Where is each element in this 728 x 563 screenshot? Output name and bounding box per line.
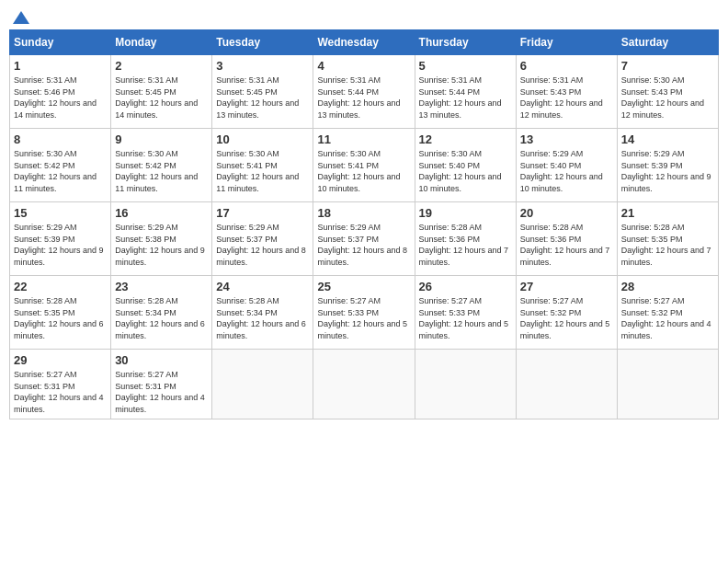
table-row <box>516 350 617 419</box>
day-info: Sunrise: 5:27 AMSunset: 5:33 PMDaylight:… <box>317 295 410 341</box>
day-number: 25 <box>317 280 410 293</box>
table-row: 13Sunrise: 5:29 AMSunset: 5:40 PMDayligh… <box>516 129 617 202</box>
day-number: 12 <box>419 132 512 146</box>
table-row: 21Sunrise: 5:28 AMSunset: 5:35 PMDayligh… <box>617 202 718 276</box>
day-info: Sunrise: 5:27 AMSunset: 5:33 PMDaylight:… <box>419 295 512 341</box>
table-row: 10Sunrise: 5:30 AMSunset: 5:41 PMDayligh… <box>212 129 313 202</box>
day-number: 22 <box>14 280 107 293</box>
table-row: 15Sunrise: 5:29 AMSunset: 5:39 PMDayligh… <box>10 202 111 276</box>
table-row: 28Sunrise: 5:27 AMSunset: 5:32 PMDayligh… <box>617 276 718 350</box>
day-number: 29 <box>14 353 107 367</box>
day-info: Sunrise: 5:28 AMSunset: 5:35 PMDaylight:… <box>14 295 107 341</box>
svg-marker-0 <box>13 11 29 24</box>
table-row: 22Sunrise: 5:28 AMSunset: 5:35 PMDayligh… <box>10 276 111 350</box>
day-info: Sunrise: 5:31 AMSunset: 5:44 PMDaylight:… <box>317 75 410 121</box>
day-number: 1 <box>14 59 107 73</box>
table-row: 27Sunrise: 5:27 AMSunset: 5:32 PMDayligh… <box>516 276 617 350</box>
day-info: Sunrise: 5:29 AMSunset: 5:37 PMDaylight:… <box>317 222 410 268</box>
table-row: 23Sunrise: 5:28 AMSunset: 5:34 PMDayligh… <box>111 276 212 350</box>
table-row: 26Sunrise: 5:27 AMSunset: 5:33 PMDayligh… <box>415 276 516 350</box>
page-header <box>9 9 719 22</box>
table-row <box>415 350 516 419</box>
table-row: 14Sunrise: 5:29 AMSunset: 5:39 PMDayligh… <box>617 129 718 202</box>
table-row: 30Sunrise: 5:27 AMSunset: 5:31 PMDayligh… <box>111 350 212 419</box>
day-info: Sunrise: 5:28 AMSunset: 5:34 PMDaylight:… <box>115 295 208 341</box>
day-info: Sunrise: 5:27 AMSunset: 5:31 PMDaylight:… <box>115 369 208 415</box>
day-info: Sunrise: 5:31 AMSunset: 5:43 PMDaylight:… <box>520 75 613 121</box>
day-info: Sunrise: 5:30 AMSunset: 5:42 PMDaylight:… <box>14 148 107 194</box>
col-wednesday: Wednesday <box>313 30 415 55</box>
calendar-week-row: 8Sunrise: 5:30 AMSunset: 5:42 PMDaylight… <box>10 129 719 202</box>
table-row: 17Sunrise: 5:29 AMSunset: 5:37 PMDayligh… <box>212 202 313 276</box>
table-row: 25Sunrise: 5:27 AMSunset: 5:33 PMDayligh… <box>313 276 415 350</box>
day-info: Sunrise: 5:30 AMSunset: 5:43 PMDaylight:… <box>621 75 714 121</box>
day-info: Sunrise: 5:30 AMSunset: 5:41 PMDaylight:… <box>216 148 309 194</box>
day-info: Sunrise: 5:27 AMSunset: 5:32 PMDaylight:… <box>520 295 613 341</box>
day-info: Sunrise: 5:31 AMSunset: 5:45 PMDaylight:… <box>115 75 208 121</box>
table-row <box>212 350 313 419</box>
day-info: Sunrise: 5:27 AMSunset: 5:31 PMDaylight:… <box>14 369 107 415</box>
day-number: 18 <box>317 206 410 220</box>
table-row: 29Sunrise: 5:27 AMSunset: 5:31 PMDayligh… <box>10 350 111 419</box>
table-row: 18Sunrise: 5:29 AMSunset: 5:37 PMDayligh… <box>313 202 415 276</box>
day-number: 11 <box>317 132 410 146</box>
calendar-week-row: 15Sunrise: 5:29 AMSunset: 5:39 PMDayligh… <box>10 202 719 276</box>
calendar-table: Sunday Monday Tuesday Wednesday Thursday… <box>9 29 719 419</box>
calendar-header-row: Sunday Monday Tuesday Wednesday Thursday… <box>10 30 719 55</box>
logo-icon <box>11 9 31 26</box>
col-saturday: Saturday <box>617 30 718 55</box>
day-number: 3 <box>216 59 309 73</box>
table-row: 8Sunrise: 5:30 AMSunset: 5:42 PMDaylight… <box>10 129 111 202</box>
day-number: 10 <box>216 132 309 146</box>
day-info: Sunrise: 5:27 AMSunset: 5:32 PMDaylight:… <box>621 295 714 341</box>
day-number: 14 <box>621 132 714 146</box>
table-row: 9Sunrise: 5:30 AMSunset: 5:42 PMDaylight… <box>111 129 212 202</box>
day-number: 6 <box>520 59 613 73</box>
day-info: Sunrise: 5:28 AMSunset: 5:36 PMDaylight:… <box>520 222 613 268</box>
table-row: 20Sunrise: 5:28 AMSunset: 5:36 PMDayligh… <box>516 202 617 276</box>
col-monday: Monday <box>111 30 212 55</box>
day-number: 4 <box>317 59 410 73</box>
day-info: Sunrise: 5:30 AMSunset: 5:40 PMDaylight:… <box>419 148 512 194</box>
day-number: 2 <box>115 59 208 73</box>
day-number: 27 <box>520 280 613 293</box>
col-thursday: Thursday <box>415 30 516 55</box>
day-info: Sunrise: 5:31 AMSunset: 5:46 PMDaylight:… <box>14 75 107 121</box>
table-row: 19Sunrise: 5:28 AMSunset: 5:36 PMDayligh… <box>415 202 516 276</box>
day-info: Sunrise: 5:28 AMSunset: 5:36 PMDaylight:… <box>419 222 512 268</box>
table-row: 12Sunrise: 5:30 AMSunset: 5:40 PMDayligh… <box>415 129 516 202</box>
day-number: 9 <box>115 132 208 146</box>
day-number: 19 <box>419 206 512 220</box>
day-info: Sunrise: 5:29 AMSunset: 5:38 PMDaylight:… <box>115 222 208 268</box>
calendar-week-row: 29Sunrise: 5:27 AMSunset: 5:31 PMDayligh… <box>10 350 719 419</box>
day-number: 24 <box>216 280 309 293</box>
calendar-week-row: 1Sunrise: 5:31 AMSunset: 5:46 PMDaylight… <box>10 55 719 129</box>
day-info: Sunrise: 5:30 AMSunset: 5:42 PMDaylight:… <box>115 148 208 194</box>
table-row <box>313 350 415 419</box>
day-info: Sunrise: 5:29 AMSunset: 5:39 PMDaylight:… <box>621 148 714 194</box>
col-tuesday: Tuesday <box>212 30 313 55</box>
calendar-week-row: 22Sunrise: 5:28 AMSunset: 5:35 PMDayligh… <box>10 276 719 350</box>
day-info: Sunrise: 5:29 AMSunset: 5:40 PMDaylight:… <box>520 148 613 194</box>
table-row: 4Sunrise: 5:31 AMSunset: 5:44 PMDaylight… <box>313 55 415 129</box>
day-number: 5 <box>419 59 512 73</box>
day-number: 8 <box>14 132 107 146</box>
day-info: Sunrise: 5:31 AMSunset: 5:44 PMDaylight:… <box>419 75 512 121</box>
day-number: 20 <box>520 206 613 220</box>
day-info: Sunrise: 5:28 AMSunset: 5:35 PMDaylight:… <box>621 222 714 268</box>
day-number: 15 <box>14 206 107 220</box>
day-number: 28 <box>621 280 714 293</box>
col-sunday: Sunday <box>10 30 111 55</box>
day-info: Sunrise: 5:29 AMSunset: 5:37 PMDaylight:… <box>216 222 309 268</box>
day-number: 17 <box>216 206 309 220</box>
table-row: 11Sunrise: 5:30 AMSunset: 5:41 PMDayligh… <box>313 129 415 202</box>
table-row <box>617 350 718 419</box>
day-info: Sunrise: 5:29 AMSunset: 5:39 PMDaylight:… <box>14 222 107 268</box>
table-row: 3Sunrise: 5:31 AMSunset: 5:45 PMDaylight… <box>212 55 313 129</box>
table-row: 16Sunrise: 5:29 AMSunset: 5:38 PMDayligh… <box>111 202 212 276</box>
table-row: 1Sunrise: 5:31 AMSunset: 5:46 PMDaylight… <box>10 55 111 129</box>
table-row: 6Sunrise: 5:31 AMSunset: 5:43 PMDaylight… <box>516 55 617 129</box>
day-info: Sunrise: 5:30 AMSunset: 5:41 PMDaylight:… <box>317 148 410 194</box>
day-number: 21 <box>621 206 714 220</box>
day-number: 13 <box>520 132 613 146</box>
